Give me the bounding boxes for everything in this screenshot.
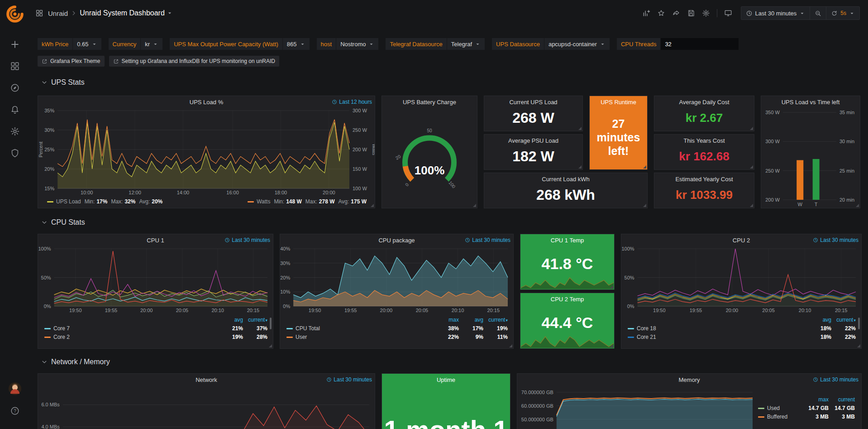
cpu2-chart[interactable]: 0%50%100%19:5019:5520:0020:0520:1020:15: [621, 246, 861, 314]
panel-title[interactable]: Current UPS Load: [509, 99, 557, 106]
memory-legend: maxcurrentUsed14.7 GB14.7 GBBuffered3 MB…: [758, 386, 861, 429]
create-icon[interactable]: [10, 39, 20, 49]
legend-series-name[interactable]: UPS Load: [56, 198, 81, 205]
time-range-picker[interactable]: Last 30 minutes: [741, 7, 811, 19]
legend-series-name[interactable]: Watts: [257, 198, 270, 205]
legend-column-current[interactable]: current▾: [831, 317, 856, 323]
legend-series-name[interactable]: Used: [758, 405, 802, 411]
cycle-view-icon[interactable]: [724, 9, 732, 17]
panel-title[interactable]: Memory: [679, 376, 700, 383]
explore-icon[interactable]: [10, 83, 20, 93]
panel-title[interactable]: Network: [196, 376, 217, 383]
legend-series-name[interactable]: Core 2: [44, 334, 219, 340]
legend-column-current[interactable]: current▾: [483, 317, 508, 323]
legend-series-name[interactable]: CPU Total: [286, 325, 434, 332]
row-header-ups-stats[interactable]: UPS Stats: [38, 76, 862, 89]
cpu-package-chart[interactable]: 0%10%20%30%40%19:5019:5520:0020:0520:102…: [280, 246, 513, 314]
dashboard-link[interactable]: Setting up Grafana and InfluxDB for UPS …: [109, 56, 280, 67]
panel-title[interactable]: CPU package: [378, 237, 415, 244]
variable-host: hostNostromo: [317, 38, 379, 50]
panel-title[interactable]: UPS Load vs Time left: [782, 99, 840, 106]
dashboard-link[interactable]: Grafana Plex Theme: [38, 56, 105, 67]
legend-series-name[interactable]: Core 7: [44, 325, 219, 332]
panel-title[interactable]: UPS Load %: [190, 99, 223, 106]
zoom-out-button[interactable]: [810, 7, 826, 19]
legend-column-max[interactable]: max: [434, 317, 459, 323]
panel-time-override[interactable]: Last 30 minutes: [465, 234, 510, 246]
breadcrumb-folder[interactable]: Unraid: [48, 10, 68, 17]
panel-title[interactable]: CPU 1 Temp: [551, 237, 584, 244]
configuration-icon[interactable]: [10, 126, 20, 136]
caret-down-icon[interactable]: [167, 10, 173, 16]
refresh-interval[interactable]: 5s: [840, 10, 846, 16]
variable-value[interactable]: Nostromo: [336, 38, 378, 50]
legend-series-name[interactable]: Buffered: [758, 414, 802, 420]
panel-title[interactable]: CPU 1: [147, 237, 164, 244]
panel-time-override[interactable]: Last 30 minutes: [813, 234, 858, 246]
legend-scrollbar[interactable]: [270, 318, 272, 329]
panel-time-override[interactable]: Last 30 minutes: [326, 374, 372, 386]
dashboard-settings-icon[interactable]: [702, 9, 710, 17]
add-panel-icon[interactable]: [642, 9, 650, 17]
panel-title[interactable]: Estimated Yearly Cost: [675, 176, 733, 183]
legend-value: 19%: [483, 325, 508, 332]
favorite-star-icon[interactable]: [657, 9, 665, 17]
legend-column-avg[interactable]: avg: [807, 317, 831, 323]
panel-title[interactable]: Current Load kWh: [542, 176, 590, 183]
legend-item: WattsMin:148 WMax:278 WAvg:175 W: [248, 198, 367, 205]
legend-column-avg[interactable]: avg: [459, 317, 483, 323]
ups-load-legend: UPS LoadMin:17%Max:32%Avg:20%WattsMin:14…: [38, 197, 375, 208]
breadcrumb-dashboard-title[interactable]: Unraid System Dashboard: [80, 9, 165, 17]
variable-value[interactable]: kr: [140, 38, 162, 50]
legend-column-current[interactable]: current: [829, 396, 855, 403]
refresh-button[interactable]: 5s: [826, 7, 859, 19]
panel-time-override[interactable]: Last 30 minutes: [813, 374, 858, 386]
variable-value[interactable]: apcupsd-container: [544, 38, 610, 50]
variable-value[interactable]: 0.65: [72, 38, 101, 50]
variable-value[interactable]: Telegraf: [447, 38, 485, 50]
panel-title[interactable]: CPU 2 Temp: [551, 296, 584, 303]
panel-time-override[interactable]: Last 12 hours: [332, 96, 372, 108]
dashboards-icon[interactable]: [10, 61, 20, 71]
memory-chart[interactable]: 50.000000 GB60.000000 GB70.000000 GB: [517, 386, 758, 429]
svg-text:35%: 35%: [44, 108, 54, 113]
legend-column-avg[interactable]: avg: [219, 317, 243, 323]
legend-value: 18%: [807, 334, 831, 340]
cpu2-temp-sparkline: [521, 334, 614, 348]
legend-column-current[interactable]: current▾: [243, 317, 267, 323]
share-icon[interactable]: [672, 9, 680, 17]
time-override-label: Last 30 minutes: [334, 376, 372, 383]
legend-scrollbar[interactable]: [858, 318, 860, 329]
ups-bars-chart[interactable]: 200 W250 W300 W350 W20 min25 min30 min35…: [761, 108, 860, 208]
stat-value: kr 1033.99: [654, 185, 754, 208]
legend-series-name[interactable]: Core 21: [628, 334, 807, 340]
variable-input[interactable]: [661, 38, 739, 50]
server-admin-icon[interactable]: [10, 148, 20, 158]
panel-title[interactable]: Average Daily Cost: [679, 99, 729, 106]
chevron-down-icon: [41, 359, 48, 365]
network-chart[interactable]: 2.0 MBs4.0 MBs6.0 MBs: [38, 386, 375, 429]
panel-time-override[interactable]: Last 30 minutes: [224, 234, 270, 246]
svg-text:20:00: 20:00: [380, 308, 393, 313]
cpu1-chart[interactable]: 0%50%100%19:5019:5520:0020:0520:1020:15: [38, 246, 273, 314]
legend-series-name[interactable]: User: [286, 334, 434, 340]
panel-title[interactable]: Uptime: [437, 376, 455, 383]
variable-value[interactable]: 865: [282, 38, 310, 50]
panel-title[interactable]: UPS Battery Charge: [403, 99, 456, 106]
panel-title[interactable]: Average PSU Load: [508, 137, 558, 144]
save-icon[interactable]: [687, 9, 695, 17]
legend-column-max[interactable]: max: [802, 396, 829, 403]
help-icon[interactable]: ?: [10, 406, 20, 416]
ups-load-chart[interactable]: 15%20%25%30%35%100 W150 W200 W250 W300 W…: [38, 108, 375, 197]
legend-series-name[interactable]: Core 18: [628, 325, 807, 332]
legend-value: 19%: [219, 334, 243, 340]
alerting-icon[interactable]: [10, 105, 20, 115]
row-header-network-memory[interactable]: Network / Memory: [38, 355, 862, 369]
panel-title[interactable]: UPS Runtime: [601, 99, 636, 106]
user-avatar[interactable]: [8, 382, 22, 395]
row-header-cpu-stats[interactable]: CPU Stats: [38, 216, 862, 229]
panel-title[interactable]: CPU 2: [733, 237, 750, 244]
variable-label: Currency: [109, 38, 141, 50]
grafana-logo[interactable]: [5, 5, 24, 24]
panel-title[interactable]: This Years Cost: [683, 137, 725, 144]
